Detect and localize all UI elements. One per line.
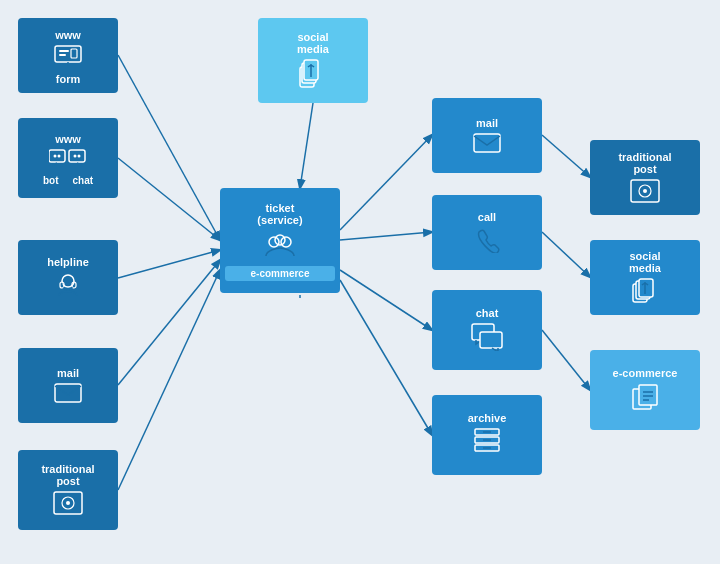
node-mail-in: mail	[18, 348, 118, 423]
node-www-bot-chat: www bot chat	[18, 118, 118, 198]
svg-point-38	[281, 237, 291, 247]
svg-point-51	[643, 189, 647, 193]
svg-rect-40	[474, 134, 500, 152]
svg-point-25	[78, 154, 81, 157]
svg-rect-57	[639, 385, 657, 405]
node-form-sublabel: form	[56, 73, 80, 85]
svg-line-11	[542, 135, 590, 177]
svg-rect-20	[49, 150, 65, 162]
svg-line-7	[340, 135, 432, 230]
node-social-media-in: social media	[258, 18, 368, 103]
node-chat-out: chat	[432, 290, 542, 370]
svg-point-39	[275, 235, 285, 245]
svg-line-13	[542, 330, 590, 390]
node-www-form-label: www	[55, 29, 81, 41]
svg-rect-29	[55, 384, 81, 402]
svg-rect-54	[639, 279, 653, 297]
svg-line-0	[118, 55, 220, 240]
svg-point-37	[269, 237, 279, 247]
svg-line-10	[340, 280, 432, 435]
node-archive-out: archive	[432, 395, 542, 475]
svg-rect-42	[480, 332, 502, 348]
svg-line-12	[542, 232, 590, 277]
diagram: www form www	[0, 0, 720, 564]
svg-line-8	[340, 232, 432, 240]
node-social-media-out: social media	[590, 240, 700, 315]
svg-rect-21	[69, 150, 85, 162]
node-trad-post-in: traditional post	[18, 450, 118, 530]
chat-label: chat	[72, 175, 93, 186]
node-www-form-icon	[54, 45, 82, 71]
svg-line-1	[118, 158, 220, 240]
node-call-out: call	[432, 195, 542, 270]
svg-rect-19	[71, 49, 77, 58]
node-ticket-service: ticket (service) e-commerce	[220, 188, 340, 293]
svg-line-4	[118, 270, 220, 490]
node-www-form: www form	[18, 18, 118, 93]
ecommerce-badge: e-commerce	[225, 266, 335, 281]
svg-line-9	[340, 270, 432, 330]
svg-line-3	[118, 260, 220, 385]
svg-point-24	[74, 154, 77, 157]
svg-point-22	[54, 154, 57, 157]
bot-label: bot	[43, 175, 59, 186]
node-trad-post-out: traditional post	[590, 140, 700, 215]
svg-rect-17	[59, 50, 69, 52]
svg-rect-18	[59, 54, 66, 56]
node-helpline: helpline	[18, 240, 118, 315]
node-ecommerce-out: e-commerce	[590, 350, 700, 430]
svg-line-2	[118, 250, 220, 278]
svg-line-5	[300, 103, 313, 188]
svg-point-32	[66, 501, 70, 505]
svg-point-23	[58, 154, 61, 157]
node-mail-out: mail	[432, 98, 542, 173]
